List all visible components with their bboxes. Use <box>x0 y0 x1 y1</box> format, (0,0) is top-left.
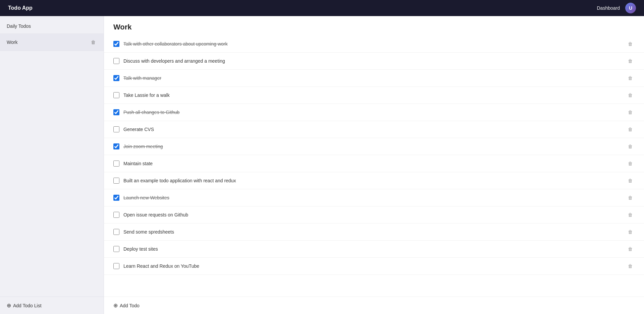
todo-item-left: Open issue requests on Github <box>113 212 188 218</box>
todo-text-6: Generate CVS <box>123 127 154 132</box>
dashboard-link[interactable]: Dashboard <box>597 5 620 11</box>
todo-item-left: Talk with manager <box>113 75 161 81</box>
trash-icon <box>628 212 633 217</box>
todo-item: Generate CVS <box>104 121 644 138</box>
todo-checkbox-4[interactable] <box>113 92 119 98</box>
trash-icon <box>628 58 633 64</box>
plus-circle-icon <box>7 302 11 309</box>
todo-item-left: Built an example todo application with r… <box>113 178 236 184</box>
todo-item: Join zoom meeting <box>104 138 644 155</box>
todo-item-left: Discuss with developers and arranged a m… <box>113 58 225 64</box>
trash-icon <box>628 143 633 149</box>
todo-text-14: Learn React and Redux on YouTube <box>123 263 199 269</box>
todo-checkbox-8[interactable] <box>113 161 119 167</box>
add-todo-list-button[interactable]: Add Todo List <box>7 302 42 309</box>
delete-todo-button-3[interactable] <box>626 74 635 82</box>
delete-list-button-work[interactable] <box>90 39 97 46</box>
sidebar-item-label-daily-todos: Daily Todos <box>7 23 31 29</box>
delete-todo-button-10[interactable] <box>626 194 635 201</box>
todo-checkbox-2[interactable] <box>113 58 119 64</box>
todo-checkbox-6[interactable] <box>113 126 119 132</box>
todo-item-left: Push all changes to Github <box>113 109 179 115</box>
content-area: Work Talk with other collaborators about… <box>104 16 644 314</box>
todo-text-5: Push all changes to Github <box>123 110 179 115</box>
main-layout: Daily TodosWork Add Todo List Work Talk … <box>0 16 644 314</box>
todo-text-8: Maintain state <box>123 161 153 166</box>
todo-item-left: Maintain state <box>113 161 153 167</box>
avatar[interactable]: U <box>625 3 636 13</box>
todo-checkbox-7[interactable] <box>113 143 119 149</box>
trash-icon <box>628 126 633 132</box>
trash-icon <box>628 41 633 47</box>
todo-item-left: Generate CVS <box>113 126 154 132</box>
header-right: Dashboard U <box>597 3 636 13</box>
plus-icon <box>113 302 118 309</box>
todo-item-left: Learn React and Redux on YouTube <box>113 263 199 269</box>
delete-todo-button-12[interactable] <box>626 228 635 236</box>
todo-checkbox-1[interactable] <box>113 41 119 47</box>
todo-text-11: Open issue requests on Github <box>123 212 188 217</box>
todo-item: Talk with other collaborators about upco… <box>104 36 644 53</box>
trash-icon <box>628 263 633 269</box>
sidebar-nav: Daily TodosWork <box>0 16 104 297</box>
trash-icon <box>628 178 633 183</box>
todo-item: Launch new Websites <box>104 189 644 206</box>
trash-icon <box>628 195 633 200</box>
add-todo-button[interactable]: Add Todo <box>113 302 140 309</box>
delete-todo-button-11[interactable] <box>626 211 635 218</box>
todo-text-9: Built an example todo application with r… <box>123 178 236 183</box>
todo-text-10: Launch new Websites <box>123 195 169 200</box>
todo-text-1: Talk with other collaborators about upco… <box>123 41 228 47</box>
trash-icon <box>628 75 633 81</box>
sidebar: Daily TodosWork Add Todo List <box>0 16 104 314</box>
delete-todo-button-4[interactable] <box>626 91 635 99</box>
todo-item: Built an example todo application with r… <box>104 172 644 189</box>
todo-text-7: Join zoom meeting <box>123 144 163 149</box>
todo-item-left: Join zoom meeting <box>113 143 163 149</box>
sidebar-item-work[interactable]: Work <box>0 34 104 51</box>
add-todo-label: Add Todo <box>120 303 140 308</box>
todo-item: Send some spredsheets <box>104 224 644 241</box>
todo-checkbox-9[interactable] <box>113 178 119 184</box>
trash-icon <box>628 92 633 98</box>
todo-item: Deploy test sites <box>104 241 644 258</box>
todo-text-3: Talk with manager <box>123 75 161 81</box>
todo-list: Talk with other collaborators about upco… <box>104 36 644 297</box>
sidebar-item-label-work: Work <box>7 40 17 45</box>
todo-item: Discuss with developers and arranged a m… <box>104 53 644 70</box>
delete-todo-button-1[interactable] <box>626 40 635 48</box>
todo-checkbox-12[interactable] <box>113 229 119 235</box>
todo-item: Learn React and Redux on YouTube <box>104 258 644 275</box>
todo-item-left: Deploy test sites <box>113 246 158 252</box>
trash-icon <box>628 229 633 235</box>
content-header: Work <box>104 16 644 36</box>
todo-item-left: Talk with other collaborators about upco… <box>113 41 228 47</box>
todo-checkbox-13[interactable] <box>113 246 119 252</box>
todo-checkbox-3[interactable] <box>113 75 119 81</box>
delete-todo-button-9[interactable] <box>626 177 635 184</box>
todo-text-2: Discuss with developers and arranged a m… <box>123 58 225 64</box>
add-list-label: Add Todo List <box>13 303 42 308</box>
todo-item-left: Send some spredsheets <box>113 229 174 235</box>
todo-text-12: Send some spredsheets <box>123 229 174 235</box>
delete-todo-button-14[interactable] <box>626 262 635 270</box>
todo-checkbox-5[interactable] <box>113 109 119 115</box>
todo-item: Take Lassie for a walk <box>104 87 644 104</box>
app-title: Todo App <box>8 5 33 11</box>
app-header: Todo App Dashboard U <box>0 0 644 16</box>
todo-checkbox-10[interactable] <box>113 195 119 201</box>
delete-todo-button-8[interactable] <box>626 160 635 167</box>
sidebar-item-daily-todos[interactable]: Daily Todos <box>0 19 104 34</box>
todo-item-left: Take Lassie for a walk <box>113 92 170 98</box>
delete-todo-button-2[interactable] <box>626 57 635 65</box>
sidebar-footer: Add Todo List <box>0 297 104 314</box>
content-footer: Add Todo <box>104 297 644 314</box>
todo-checkbox-14[interactable] <box>113 263 119 269</box>
delete-todo-button-6[interactable] <box>626 126 635 133</box>
delete-todo-button-13[interactable] <box>626 245 635 253</box>
trash-icon <box>91 39 96 45</box>
delete-todo-button-5[interactable] <box>626 109 635 116</box>
delete-todo-button-7[interactable] <box>626 143 635 150</box>
todo-checkbox-11[interactable] <box>113 212 119 218</box>
todo-text-13: Deploy test sites <box>123 246 158 252</box>
